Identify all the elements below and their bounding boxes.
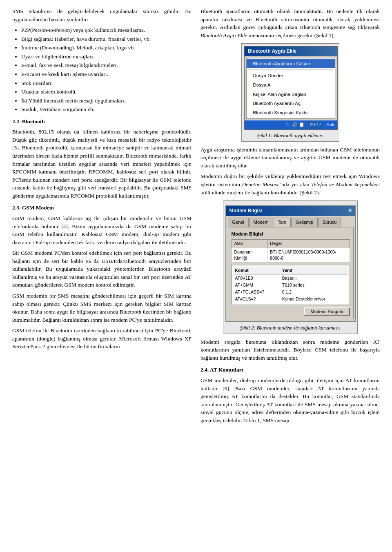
- modem-info-table: Alan Değer Donanım KimliğiBTHENUM\{00001…: [232, 239, 350, 263]
- table-cell: AT#CLS=?: [234, 296, 281, 303]
- gsm-section-heading: 2.3. GSM Modem: [12, 204, 192, 212]
- list-item: İki Yönlü interaktif metin mesajı uygula…: [21, 97, 192, 105]
- bullet-list: P2P(Person-to-Person) veya çok kullanıcı…: [21, 26, 192, 114]
- modem-dialog-title: Modem Bilgisi ✕: [226, 206, 355, 216]
- list-item: Bilgi sağlama: Haberler, hava durumu, fi…: [21, 35, 192, 43]
- right-para3-italic2: Telefon ve Modem Seçenekleri: [311, 181, 380, 187]
- table-row: AT#CLS=?Komut Desteklenmiyor: [234, 296, 348, 303]
- bt-menu-item: Dosya Al: [247, 80, 335, 90]
- at-para1: GSM modemler, dial-up modemlerde olduğu …: [200, 376, 380, 424]
- cmd-header-yanit: Yanıt: [281, 267, 348, 274]
- modem-dialog: Modem Bilgisi ✕ GenelModemTanıGelişmişSü…: [225, 205, 356, 321]
- list-item: İndirme (Downloading). Melodi, arkaplan,…: [21, 44, 192, 52]
- modem-btn-row: Modemi Sorgula: [232, 307, 350, 316]
- list-item: E-mail, fax ve sesli mesaj bilgilendirme…: [21, 61, 192, 69]
- table-row: AT0V1E0Başarılı: [234, 274, 348, 282]
- modem-body: Modem Bilgisi Alan Değer Donanım Kimliği…: [228, 227, 354, 319]
- modem-tab-sürücü[interactable]: Sürücü: [318, 218, 341, 227]
- left-column: SMS teknolojisi ile geliştirilebilecek u…: [12, 7, 192, 427]
- list-item: P2P(Person-to-Person) veya çok kullanıcı…: [21, 26, 192, 34]
- right-column: Bluetooth aparatlarını otomatik olarak t…: [200, 7, 380, 427]
- table-cell: Komut Desteklenmiyor: [281, 296, 348, 303]
- modem-tab-modem[interactable]: Modem: [249, 218, 273, 227]
- modem-section-label: Modem Bilgisi: [232, 231, 350, 238]
- modem-tabs: GenelModemTanıGelişmişSürücü: [226, 216, 355, 227]
- bt-menu-item: Bluetooth Simgesini Kaldır: [247, 108, 335, 118]
- bt-taskbar-time: 20:47: [308, 121, 323, 129]
- modem-tab-genel[interactable]: Genel: [228, 218, 249, 227]
- at-section-heading: 2.4. AT Komutları: [200, 366, 380, 374]
- table-cell: Donanım Kimliği: [232, 248, 267, 263]
- gsm-para4: GSM telefon ile Bluetooth üzerinden bağl…: [12, 327, 192, 351]
- bt-menu-item: Bluetooth Ayarlarını Aç: [247, 99, 335, 108]
- bluetooth-section-heading: 2.2. Bluetooth: [12, 118, 192, 126]
- modem-cmd-table: Komut Yanıt AT0V1E0BaşarılıAT+GMMT610 se…: [234, 267, 348, 303]
- figure1-caption: Şekil 1: Bluetooth aygıtı ekleme.: [244, 132, 337, 139]
- modem-cmd-section: Komut Yanıt AT0V1E0BaşarılıAT+GMMT610 se…: [232, 265, 350, 305]
- main-layout: SMS teknolojisi ile geliştirilebilecek u…: [12, 7, 380, 427]
- modem-close-icon: ✕: [348, 207, 352, 214]
- table-cell: BTHENUM\{00001103-0000-1000-8000-0: [267, 248, 350, 263]
- figure2-box: Modem Bilgisi ✕ GenelModemTanıGelişmişSü…: [223, 200, 358, 334]
- right-para3-mid: 'nda yer alan: [281, 181, 310, 187]
- bt-menu-item: Kişisel Alan Ağına Bağlan: [247, 90, 335, 99]
- figure1-box: Bluetooth Aygıtı Ekle Bluetooth Aygıtlar…: [241, 43, 339, 141]
- bt-taskbar: 🔵 🔊 📋 20:47 Salı: [245, 120, 337, 129]
- figure2-caption: Şekil 2: Bluetooth modem ile bağlantı ku…: [225, 324, 355, 332]
- table-cell: AT0V1E0: [234, 274, 281, 282]
- right-para3-italic1: Denetim Masası: [242, 181, 278, 187]
- modemi-sorgula-button[interactable]: Modemi Sorgula: [304, 307, 350, 316]
- gsm-para3: GSM modemin bir SMS mesajını gönderebilm…: [12, 292, 192, 324]
- table-cell: Başarılı: [281, 274, 348, 282]
- right-para3-end: bölümünde modem ile bağlantı kurulmalıdı…: [200, 189, 320, 196]
- modem-tab-gelişmiş[interactable]: Gelişmiş: [291, 218, 317, 227]
- right-para1-text: Bluetooth aparatlarını otomatik olarak t…: [200, 8, 380, 30]
- bt-menu-title: Bluetooth Aygıtı Ekle: [245, 47, 337, 56]
- list-item: Uzaktan sistem kontrolü.: [21, 88, 192, 96]
- list-item: Stok uyarıları.: [21, 79, 192, 87]
- col-alan: Alan: [232, 240, 267, 248]
- bt-taskbar-icons: 🔵 🔊 📋: [285, 122, 305, 128]
- col-deger: Değer: [267, 240, 350, 248]
- bt-menu-item: Bluetooth Aygıtlarını Göster: [247, 59, 335, 69]
- bt-taskbar-day: Salı: [327, 122, 334, 128]
- table-cell: AT+GMM: [234, 282, 281, 289]
- intro-para: SMS teknolojisi ile geliştirilebilecek u…: [12, 7, 192, 23]
- gsm-para2: Bir GSM modemi PC'den kontrol edebilmek …: [12, 249, 192, 289]
- bluetooth-menu-screenshot: Bluetooth Aygıtı Ekle Bluetooth Aygıtlar…: [244, 46, 338, 130]
- right-para2: Aygıt araştırma işleminin tamamlanmasını…: [200, 146, 380, 170]
- right-para4: Modemi sorgula butonuna tıklandıktan son…: [200, 338, 380, 362]
- table-cell: T610 series: [281, 282, 348, 289]
- table-row: AT+FCLASS=?0,1,2: [234, 289, 348, 296]
- right-para3: Modemin doğru bir şekilde yüklenip yükle…: [200, 172, 380, 196]
- bt-menu-item: Dosya Gönder: [247, 71, 335, 80]
- table-row: AT+GMMT610 series: [234, 282, 348, 289]
- right-para1-end: menüsünün seçilmesi gerekir (Şekil 1).: [249, 32, 335, 38]
- list-item: E-ticaret ve kredi kartı işleme uyarılar…: [21, 70, 192, 78]
- modem-tab-tanı[interactable]: Tanı: [274, 218, 291, 227]
- bt-menu-separator: [248, 69, 333, 70]
- cmd-header-komut: Komut: [234, 267, 281, 274]
- bluetooth-para1: Bluetooth, 802.15 olarak da bilinen kabl…: [12, 128, 192, 200]
- right-para1: Bluetooth aparatlarını otomatik olarak t…: [200, 7, 380, 39]
- table-row: Donanım KimliğiBTHENUM\{00001103-0000-10…: [232, 248, 350, 263]
- right-para1-italic: Bluetooth Aygıtı Ekle: [200, 32, 247, 38]
- bt-menu-items: Bluetooth Aygıtlarını GösterDosya Gönder…: [246, 58, 335, 119]
- list-item: Uyarı ve bilgilendirme mesajları.: [21, 53, 192, 61]
- list-item: Sözlük, Veritabanı sorgulama vb.: [21, 105, 192, 114]
- gsm-para1: GSM modem, GSM kablosuz ağ ile çalışan b…: [12, 214, 192, 246]
- table-cell: 0,1,2: [281, 289, 348, 296]
- table-cell: AT+FCLASS=?: [234, 289, 281, 296]
